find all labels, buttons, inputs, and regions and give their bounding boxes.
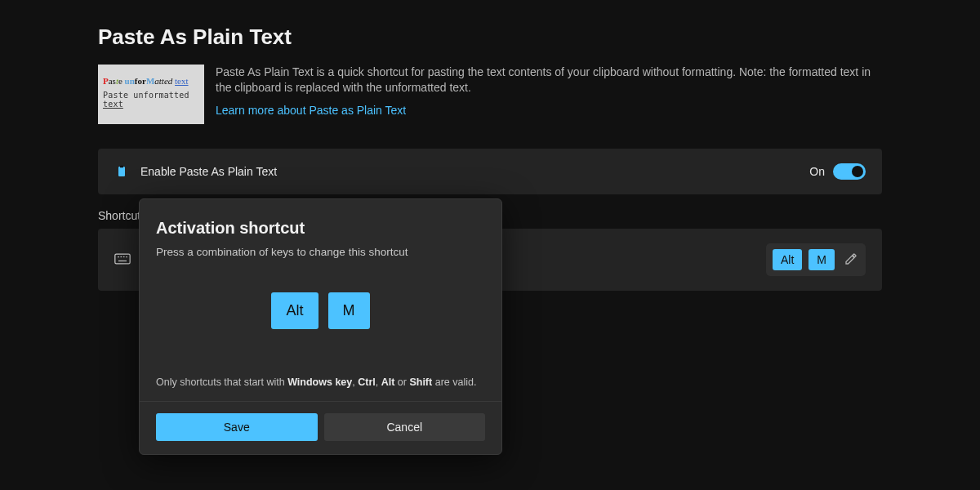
dialog-note: Only shortcuts that start with Windows k… <box>156 376 485 401</box>
enable-card: Enable Paste As Plain Text On <box>98 149 882 194</box>
activation-shortcut-dialog: Activation shortcut Press a combination … <box>139 198 502 455</box>
dialog-title: Activation shortcut <box>156 219 485 238</box>
dialog-key: Alt <box>271 292 318 329</box>
enable-label: Enable Paste As Plain Text <box>140 165 809 178</box>
enable-toggle[interactable] <box>833 163 866 180</box>
shortcut-keys: Alt M <box>766 243 866 276</box>
dialog-shortcut-input[interactable]: Alt M <box>156 292 485 329</box>
keyboard-icon <box>114 253 131 266</box>
intro-row: Paste unforMatted text Paste unformatted… <box>98 65 882 124</box>
save-button[interactable]: Save <box>156 413 318 441</box>
feature-description: Paste As Plain Text is a quick shortcut … <box>216 65 882 96</box>
edit-icon[interactable] <box>844 252 859 267</box>
shortcut-key: M <box>808 249 835 270</box>
dialog-key: M <box>328 292 370 329</box>
feature-thumbnail: Paste unforMatted text Paste unformatted… <box>98 65 204 124</box>
svg-rect-0 <box>118 167 125 176</box>
svg-rect-1 <box>120 166 123 168</box>
toggle-state-label: On <box>809 165 825 178</box>
cancel-button[interactable]: Cancel <box>324 413 486 441</box>
paste-icon <box>114 164 129 179</box>
dialog-subtitle: Press a combination of keys to change th… <box>156 246 485 258</box>
learn-more-link[interactable]: Learn more about Paste as Plain Text <box>216 104 406 117</box>
svg-rect-2 <box>115 254 130 264</box>
page-title: Paste As Plain Text <box>98 24 882 50</box>
shortcut-key: Alt <box>773 249 802 270</box>
